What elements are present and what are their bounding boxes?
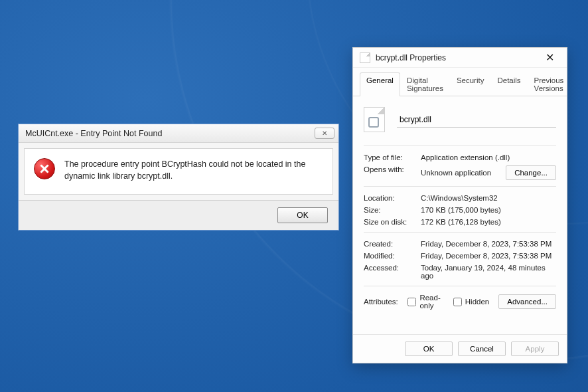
read-only-label: Read-only: [419, 294, 443, 310]
error-body: The procedure entry point BCryptHash cou…: [24, 148, 333, 195]
read-only-input[interactable]: [407, 298, 416, 306]
label-modified: Modified:: [364, 252, 421, 260]
row-opens-with: Opens with: Unknown application Change..…: [364, 163, 556, 182]
error-message: The procedure entry point BCryptHash cou…: [64, 158, 323, 182]
hidden-input[interactable]: [453, 298, 462, 306]
tab-digital-signatures[interactable]: Digital Signatures: [400, 72, 450, 96]
row-location: Location: C:\Windows\System32: [364, 192, 556, 204]
properties-title: bcrypt.dll Properties: [376, 53, 538, 62]
label-size: Size:: [364, 206, 421, 214]
value-accessed: Today, January 19, 2024, 48 minutes ago: [421, 264, 556, 280]
row-created: Created: Friday, December 8, 2023, 7:53:…: [364, 238, 556, 250]
label-location: Location:: [364, 194, 421, 202]
error-dialog: McUICnt.exe - Entry Point Not Found ✕ Th…: [18, 124, 339, 231]
value-opens-with: Unknown application: [421, 169, 500, 177]
close-icon: ✕: [546, 52, 554, 63]
label-accessed: Accessed:: [364, 264, 421, 280]
ok-button[interactable]: OK: [405, 342, 453, 356]
tab-security[interactable]: Security: [450, 72, 491, 96]
tab-previous-versions[interactable]: Previous Versions: [528, 72, 571, 96]
error-title: McUICnt.exe - Entry Point Not Found: [25, 129, 315, 138]
advanced-button[interactable]: Advanced...: [498, 294, 556, 309]
separator: [364, 146, 556, 146]
checkbox-read-only[interactable]: Read-only: [407, 294, 443, 310]
cancel-button[interactable]: Cancel: [458, 342, 506, 356]
error-footer: OK: [19, 200, 338, 230]
tab-general[interactable]: General: [360, 72, 400, 96]
separator: [364, 286, 556, 286]
separator: [364, 232, 556, 233]
apply-button[interactable]: Apply: [511, 342, 559, 356]
row-size-on-disk: Size on disk: 172 KB (176,128 bytes): [364, 216, 556, 228]
label-created: Created:: [364, 240, 421, 248]
error-titlebar[interactable]: McUICnt.exe - Entry Point Not Found ✕: [19, 124, 338, 143]
tabs-row: General Digital Signatures Security Deta…: [353, 68, 567, 96]
value-size-on-disk: 172 KB (176,128 bytes): [421, 218, 556, 226]
tab-details[interactable]: Details: [490, 72, 527, 96]
properties-body: Type of file: Application extension (.dl…: [353, 96, 567, 334]
label-size-on-disk: Size on disk:: [364, 218, 421, 226]
checkbox-hidden[interactable]: Hidden: [453, 298, 489, 306]
value-created: Friday, December 8, 2023, 7:53:38 PM: [421, 240, 556, 248]
label-attributes: Attributes:: [364, 298, 407, 306]
change-button[interactable]: Change...: [506, 165, 556, 180]
properties-footer: OK Cancel Apply: [353, 334, 567, 363]
label-opens-with: Opens with:: [364, 165, 421, 180]
properties-titlebar[interactable]: bcrypt.dll Properties ✕: [353, 48, 567, 68]
value-location: C:\Windows\System32: [421, 194, 556, 202]
value-modified: Friday, December 8, 2023, 7:53:38 PM: [421, 252, 556, 260]
row-attributes: Attributes: Read-only Hidden Advanced...: [364, 292, 556, 312]
separator: [364, 186, 556, 187]
ok-button[interactable]: OK: [277, 207, 328, 223]
error-icon: [34, 158, 55, 179]
hidden-label: Hidden: [465, 298, 489, 306]
properties-dialog: bcrypt.dll Properties ✕ General Digital …: [352, 47, 567, 363]
file-icon: [360, 52, 370, 63]
row-modified: Modified: Friday, December 8, 2023, 7:53…: [364, 250, 556, 262]
row-type-of-file: Type of file: Application extension (.dl…: [364, 151, 556, 163]
label-type-of-file: Type of file:: [364, 153, 421, 161]
filename-field[interactable]: [397, 112, 556, 128]
close-icon: ✕: [322, 130, 327, 137]
value-size: 170 KB (175,000 bytes): [421, 206, 556, 214]
close-button[interactable]: ✕: [315, 128, 334, 139]
row-size: Size: 170 KB (175,000 bytes): [364, 204, 556, 216]
row-accessed: Accessed: Today, January 19, 2024, 48 mi…: [364, 262, 556, 282]
value-type-of-file: Application extension (.dll): [421, 153, 556, 161]
close-button[interactable]: ✕: [538, 50, 561, 66]
file-type-icon: [364, 107, 385, 132]
file-header: [364, 103, 556, 142]
